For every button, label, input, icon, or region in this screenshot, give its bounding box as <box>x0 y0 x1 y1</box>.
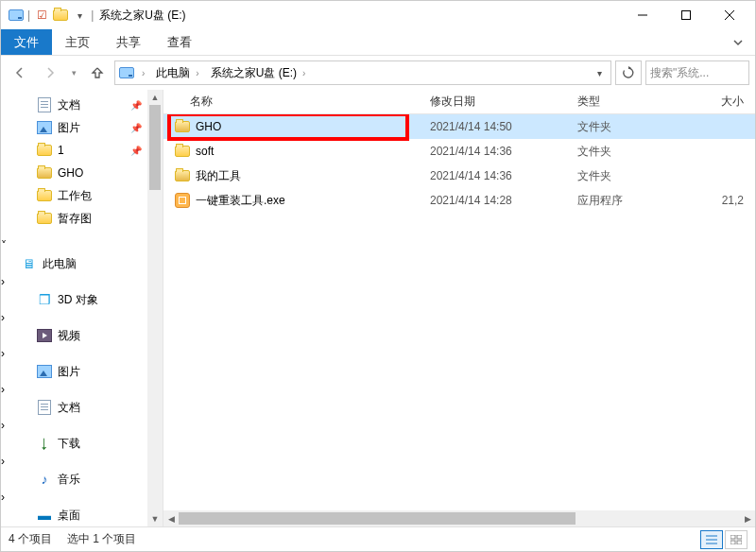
thumbnails-view-button[interactable] <box>725 530 747 549</box>
scroll-down-icon[interactable]: ▼ <box>147 511 163 526</box>
back-button[interactable] <box>7 60 33 86</box>
horizontal-scrollbar[interactable]: ◀ ▶ <box>163 510 755 526</box>
svg-rect-1 <box>682 11 691 20</box>
breadcrumb-root-icon[interactable] <box>119 65 134 80</box>
expand-icon[interactable]: › <box>1 455 5 468</box>
cell-name: 一键重装工具.exe <box>163 193 421 209</box>
nav-thispc-item[interactable]: ⭣下载 <box>1 432 163 455</box>
scrollbar-thumb[interactable] <box>179 512 576 525</box>
expand-icon[interactable]: › <box>1 347 5 360</box>
file-row[interactable]: 我的工具2021/4/14 14:36文件夹 <box>163 164 755 188</box>
nav-thispc-item[interactable]: ♪音乐 <box>1 468 163 491</box>
file-name-label: GHO <box>196 120 221 133</box>
ribbon-expand-icon[interactable] <box>721 29 755 55</box>
expand-icon[interactable]: › <box>1 383 5 396</box>
scroll-up-icon[interactable]: ▲ <box>147 90 163 105</box>
chevron-right-icon[interactable]: › <box>194 68 200 78</box>
forward-button[interactable] <box>37 60 63 86</box>
music-icon: ♪ <box>37 472 52 487</box>
nav-item-label: 1 <box>58 144 64 157</box>
tab-view[interactable]: 查看 <box>154 29 205 55</box>
nav-quick-item[interactable]: 工作包 <box>1 184 163 207</box>
cell-type: 应用程序 <box>568 193 681 209</box>
file-tab[interactable]: 文件 <box>1 29 52 55</box>
nav-scrollbar[interactable]: ▲ ▼ <box>147 90 163 526</box>
app-icon <box>9 8 24 23</box>
column-type[interactable]: 类型 <box>568 94 681 110</box>
details-view-button[interactable] <box>700 530 723 549</box>
cell-type: 文件夹 <box>568 119 681 135</box>
tab-share[interactable]: 共享 <box>103 29 154 55</box>
folder-icon <box>175 168 190 183</box>
file-row[interactable]: GHO2021/4/14 14:50文件夹 <box>163 114 755 139</box>
cell-name: soft <box>163 144 421 159</box>
cell-size: 21,2 <box>681 194 755 207</box>
nav-thispc-item[interactable]: 视频 <box>1 324 163 347</box>
up-button[interactable] <box>84 60 111 86</box>
tab-home[interactable]: 主页 <box>52 29 103 55</box>
properties-icon[interactable]: ☑ <box>34 8 49 23</box>
status-bar: 4 个项目 选中 1 个项目 <box>1 526 755 551</box>
file-row[interactable]: soft2021/4/14 14:36文件夹 <box>163 139 755 164</box>
recent-dropdown-icon[interactable]: ▾ <box>67 60 80 86</box>
nav-thispc-item[interactable]: 文档 <box>1 396 163 419</box>
breadcrumb-drive[interactable]: 系统之家U盘 (E:)› <box>207 65 312 81</box>
folder-icon <box>37 211 52 226</box>
scrollbar-thumb[interactable] <box>149 105 161 190</box>
address-row: ▾ › 此电脑› 系统之家U盘 (E:)› ▾ 搜索"系统... <box>1 56 755 90</box>
chevron-right-icon[interactable]: › <box>140 68 146 78</box>
scroll-right-icon[interactable]: ▶ <box>740 510 755 526</box>
nav-item-label: 此电脑 <box>43 256 77 272</box>
nav-thispc-item[interactable]: ❒3D 对象 <box>1 288 163 311</box>
separator: | <box>27 9 30 22</box>
close-button[interactable] <box>708 1 751 29</box>
desktop-icon: ▬ <box>37 508 52 523</box>
quick-access-toolbar: | ☑ ▾ | <box>5 8 94 23</box>
window-controls <box>621 1 751 29</box>
breadcrumb[interactable]: › 此电脑› 系统之家U盘 (E:)› ▾ <box>114 60 611 85</box>
qat-dropdown-icon[interactable]: ▾ <box>72 8 87 23</box>
nav-item-label: 图片 <box>58 364 80 380</box>
expand-icon[interactable]: › <box>1 311 5 324</box>
nav-tree[interactable]: 文档📌图片📌1📌GHO工作包暂存图˅🖥此电脑›❒3D 对象›视频›图片›文档›⭣… <box>1 90 163 526</box>
refresh-button[interactable] <box>615 60 642 85</box>
nav-quick-item[interactable]: 图片📌 <box>1 116 163 139</box>
expand-icon[interactable]: ˅ <box>1 239 7 252</box>
nav-quick-item[interactable]: GHO <box>1 162 163 184</box>
file-rows[interactable]: GHO2021/4/14 14:50文件夹soft2021/4/14 14:36… <box>163 114 755 510</box>
column-size[interactable]: 大小 <box>681 94 755 110</box>
address-dropdown-icon[interactable]: ▾ <box>592 65 607 80</box>
nav-thispc-item[interactable]: ▬桌面 <box>1 504 163 526</box>
cell-date: 2021/4/14 14:50 <box>421 120 568 133</box>
folder-icon <box>175 119 190 134</box>
file-row[interactable]: 一键重装工具.exe2021/4/14 14:28应用程序21,2 <box>163 188 755 213</box>
nav-quick-item[interactable]: 文档📌 <box>1 94 163 116</box>
maximize-button[interactable] <box>664 1 708 29</box>
nav-this-pc[interactable]: 🖥此电脑 <box>1 252 163 275</box>
folder-icon <box>37 143 52 158</box>
cell-type: 文件夹 <box>568 144 681 160</box>
chevron-right-icon[interactable]: › <box>301 68 307 78</box>
qat-folder-icon[interactable] <box>53 8 68 23</box>
document-icon <box>37 400 52 415</box>
nav-quick-item[interactable]: 暂存图 <box>1 207 163 230</box>
titlebar: | ☑ ▾ | 系统之家U盘 (E:) <box>1 1 755 29</box>
pictures-icon <box>37 120 52 135</box>
nav-quick-item[interactable]: 1📌 <box>1 139 163 162</box>
minimize-button[interactable] <box>621 1 664 29</box>
file-name-label: soft <box>196 145 214 158</box>
scroll-left-icon[interactable]: ◀ <box>163 510 179 526</box>
breadcrumb-thispc[interactable]: 此电脑› <box>152 65 204 81</box>
expand-icon[interactable]: › <box>1 491 5 504</box>
search-input[interactable]: 搜索"系统... <box>645 60 749 85</box>
column-name[interactable]: 名称 <box>163 94 421 110</box>
nav-item-label: GHO <box>58 166 83 180</box>
folder-icon <box>37 165 52 181</box>
expand-icon[interactable]: › <box>1 419 5 432</box>
cell-name: GHO <box>163 119 421 134</box>
svg-rect-8 <box>737 535 742 539</box>
main-area: 文档📌图片📌1📌GHO工作包暂存图˅🖥此电脑›❒3D 对象›视频›图片›文档›⭣… <box>1 90 755 526</box>
column-date[interactable]: 修改日期 <box>421 94 568 110</box>
nav-thispc-item[interactable]: 图片 <box>1 360 163 383</box>
expand-icon[interactable]: › <box>1 275 5 288</box>
